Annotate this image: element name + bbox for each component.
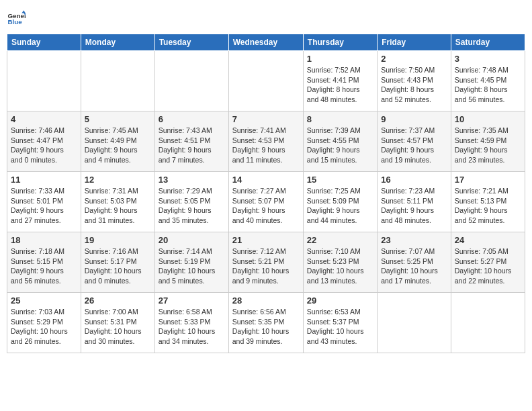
day-number: 27 (159, 295, 225, 306)
day-info: Sunrise: 7:37 AM Sunset: 4:57 PM Dayligh… (381, 126, 447, 165)
calendar-cell (451, 293, 525, 353)
day-info: Sunrise: 6:58 AM Sunset: 5:33 PM Dayligh… (159, 307, 225, 347)
calendar-cell: 7Sunrise: 7:41 AM Sunset: 4:53 PM Daylig… (228, 111, 303, 172)
calendar-table: SundayMondayTuesdayWednesdayThursdayFrid… (7, 34, 525, 353)
day-number: 6 (159, 114, 225, 124)
day-info: Sunrise: 7:03 AM Sunset: 5:29 PM Dayligh… (11, 307, 77, 347)
day-number: 14 (232, 175, 300, 185)
day-info: Sunrise: 7:29 AM Sunset: 5:05 PM Dayligh… (159, 186, 225, 226)
calendar-cell: 27Sunrise: 6:58 AM Sunset: 5:33 PM Dayli… (154, 293, 228, 353)
day-info: Sunrise: 7:12 AM Sunset: 5:21 PM Dayligh… (232, 246, 300, 286)
day-info: Sunrise: 7:43 AM Sunset: 4:51 PM Dayligh… (159, 126, 225, 165)
day-info: Sunrise: 6:53 AM Sunset: 5:37 PM Dayligh… (307, 307, 373, 347)
day-info: Sunrise: 7:46 AM Sunset: 4:47 PM Dayligh… (11, 126, 77, 165)
calendar-cell (378, 293, 451, 353)
weekday-header-cell: Monday (81, 34, 154, 51)
calendar-cell: 21Sunrise: 7:12 AM Sunset: 5:21 PM Dayli… (228, 232, 303, 293)
day-number: 16 (381, 175, 447, 185)
calendar-cell: 18Sunrise: 7:18 AM Sunset: 5:15 PM Dayli… (7, 232, 81, 293)
weekday-header-cell: Friday (378, 34, 451, 51)
day-number: 11 (11, 175, 77, 185)
day-number: 28 (232, 295, 300, 306)
calendar-cell (81, 51, 154, 111)
day-number: 3 (455, 54, 521, 64)
calendar-cell: 5Sunrise: 7:45 AM Sunset: 4:49 PM Daylig… (81, 111, 154, 172)
calendar-week-row: 4Sunrise: 7:46 AM Sunset: 4:47 PM Daylig… (7, 111, 525, 172)
calendar-week-row: 11Sunrise: 7:33 AM Sunset: 5:01 PM Dayli… (7, 172, 525, 232)
day-number: 26 (85, 295, 151, 306)
day-info: Sunrise: 7:05 AM Sunset: 5:27 PM Dayligh… (455, 246, 521, 286)
day-number: 19 (85, 235, 151, 245)
day-number: 7 (232, 114, 300, 124)
calendar-cell: 4Sunrise: 7:46 AM Sunset: 4:47 PM Daylig… (7, 111, 81, 172)
day-number: 17 (455, 175, 521, 185)
day-info: Sunrise: 7:35 AM Sunset: 4:59 PM Dayligh… (455, 126, 521, 165)
svg-text:Blue: Blue (7, 18, 22, 26)
calendar-week-row: 25Sunrise: 7:03 AM Sunset: 5:29 PM Dayli… (7, 293, 525, 353)
logo: General Blue (7, 9, 28, 28)
day-number: 4 (11, 114, 77, 124)
weekday-header-cell: Tuesday (154, 34, 228, 51)
calendar-cell: 10Sunrise: 7:35 AM Sunset: 4:59 PM Dayli… (451, 111, 525, 172)
calendar-body: 1Sunrise: 7:52 AM Sunset: 4:41 PM Daylig… (7, 51, 525, 353)
day-number: 9 (381, 114, 447, 124)
day-number: 8 (307, 114, 373, 124)
day-number: 5 (85, 114, 151, 124)
calendar-cell: 20Sunrise: 7:14 AM Sunset: 5:19 PM Dayli… (154, 232, 228, 293)
calendar-cell: 1Sunrise: 7:52 AM Sunset: 4:41 PM Daylig… (303, 51, 377, 111)
day-number: 12 (85, 175, 151, 185)
day-number: 21 (232, 235, 300, 245)
calendar-cell: 25Sunrise: 7:03 AM Sunset: 5:29 PM Dayli… (7, 293, 81, 353)
calendar-cell: 22Sunrise: 7:10 AM Sunset: 5:23 PM Dayli… (303, 232, 377, 293)
day-info: Sunrise: 7:25 AM Sunset: 5:09 PM Dayligh… (307, 186, 373, 226)
calendar-cell (154, 51, 228, 111)
calendar-cell: 13Sunrise: 7:29 AM Sunset: 5:05 PM Dayli… (154, 172, 228, 232)
calendar-cell (228, 51, 303, 111)
day-info: Sunrise: 7:41 AM Sunset: 4:53 PM Dayligh… (232, 126, 300, 165)
weekday-header-row: SundayMondayTuesdayWednesdayThursdayFrid… (7, 34, 525, 51)
day-info: Sunrise: 7:33 AM Sunset: 5:01 PM Dayligh… (11, 186, 77, 226)
day-info: Sunrise: 7:14 AM Sunset: 5:19 PM Dayligh… (159, 246, 225, 286)
day-number: 25 (11, 295, 77, 306)
day-info: Sunrise: 7:10 AM Sunset: 5:23 PM Dayligh… (307, 246, 373, 286)
day-number: 10 (455, 114, 521, 124)
calendar-cell: 11Sunrise: 7:33 AM Sunset: 5:01 PM Dayli… (7, 172, 81, 232)
day-number: 24 (455, 235, 521, 245)
calendar-cell: 2Sunrise: 7:50 AM Sunset: 4:43 PM Daylig… (378, 51, 451, 111)
calendar-cell: 3Sunrise: 7:48 AM Sunset: 4:45 PM Daylig… (451, 51, 525, 111)
day-info: Sunrise: 7:16 AM Sunset: 5:17 PM Dayligh… (85, 246, 151, 286)
calendar-week-row: 18Sunrise: 7:18 AM Sunset: 5:15 PM Dayli… (7, 232, 525, 293)
day-number: 2 (381, 54, 447, 64)
weekday-header-cell: Sunday (7, 34, 81, 51)
day-number: 13 (159, 175, 225, 185)
calendar-cell: 9Sunrise: 7:37 AM Sunset: 4:57 PM Daylig… (378, 111, 451, 172)
calendar-cell: 26Sunrise: 7:00 AM Sunset: 5:31 PM Dayli… (81, 293, 154, 353)
calendar-cell: 24Sunrise: 7:05 AM Sunset: 5:27 PM Dayli… (451, 232, 525, 293)
day-info: Sunrise: 7:07 AM Sunset: 5:25 PM Dayligh… (381, 246, 447, 286)
day-number: 1 (307, 54, 373, 64)
day-info: Sunrise: 7:31 AM Sunset: 5:03 PM Dayligh… (85, 186, 151, 226)
day-info: Sunrise: 7:00 AM Sunset: 5:31 PM Dayligh… (85, 307, 151, 347)
day-info: Sunrise: 7:27 AM Sunset: 5:07 PM Dayligh… (232, 186, 300, 226)
day-number: 15 (307, 175, 373, 185)
day-info: Sunrise: 7:39 AM Sunset: 4:55 PM Dayligh… (307, 126, 373, 165)
day-number: 22 (307, 235, 373, 245)
day-info: Sunrise: 7:48 AM Sunset: 4:45 PM Dayligh… (455, 65, 521, 105)
day-info: Sunrise: 7:21 AM Sunset: 5:13 PM Dayligh… (455, 186, 521, 226)
day-number: 23 (381, 235, 447, 245)
calendar-cell: 8Sunrise: 7:39 AM Sunset: 4:55 PM Daylig… (303, 111, 377, 172)
calendar-cell: 28Sunrise: 6:56 AM Sunset: 5:35 PM Dayli… (228, 293, 303, 353)
calendar-cell: 17Sunrise: 7:21 AM Sunset: 5:13 PM Dayli… (451, 172, 525, 232)
day-info: Sunrise: 6:56 AM Sunset: 5:35 PM Dayligh… (232, 307, 300, 347)
weekday-header-cell: Thursday (303, 34, 377, 51)
calendar-cell (7, 51, 81, 111)
calendar-cell: 12Sunrise: 7:31 AM Sunset: 5:03 PM Dayli… (81, 172, 154, 232)
calendar-cell: 15Sunrise: 7:25 AM Sunset: 5:09 PM Dayli… (303, 172, 377, 232)
calendar-cell: 19Sunrise: 7:16 AM Sunset: 5:17 PM Dayli… (81, 232, 154, 293)
weekday-header-cell: Saturday (451, 34, 525, 51)
logo-icon: General Blue (7, 9, 26, 28)
day-info: Sunrise: 7:45 AM Sunset: 4:49 PM Dayligh… (85, 126, 151, 165)
calendar-cell: 6Sunrise: 7:43 AM Sunset: 4:51 PM Daylig… (154, 111, 228, 172)
day-info: Sunrise: 7:18 AM Sunset: 5:15 PM Dayligh… (11, 246, 77, 286)
day-info: Sunrise: 7:50 AM Sunset: 4:43 PM Dayligh… (381, 65, 447, 105)
